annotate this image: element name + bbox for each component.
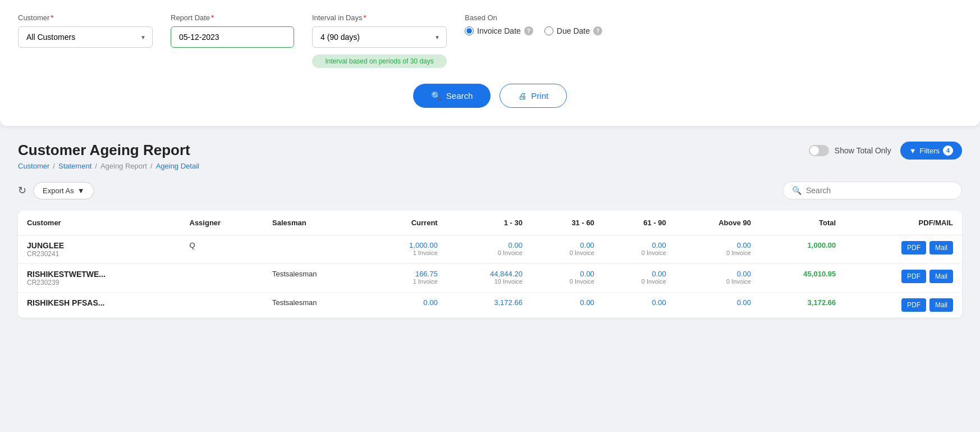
top-panel: Customer* All Customers Report Date* Int… <box>0 0 980 126</box>
cell-assigner-1 <box>181 264 264 293</box>
due-date-help-icon[interactable]: ? <box>593 26 602 35</box>
col-61-90: 61 - 90 <box>603 211 675 235</box>
customer-select[interactable]: All Customers <box>18 26 153 48</box>
print-button-label: Print <box>531 91 548 101</box>
interval-select[interactable]: 4 (90 days) <box>312 26 447 48</box>
cell-31-60-0: 0.00 0 Invoice <box>532 235 603 264</box>
export-as-label: Export As <box>43 187 74 195</box>
report-header: Customer Ageing Report Show Total Only ▼… <box>18 142 962 160</box>
filters-button[interactable]: ▼ Filters 4 <box>900 142 962 160</box>
show-total-label: Show Total Only <box>835 146 891 155</box>
search-button-label: Search <box>446 91 473 101</box>
invoice-date-help-icon[interactable]: ? <box>524 26 533 35</box>
invoice-date-radio-item: Invoice Date ? <box>465 26 533 35</box>
col-current: Current <box>369 211 447 235</box>
based-on-group: Based On Invoice Date ? Due Date ? <box>465 13 602 35</box>
table-row: RISHIKESTWETWE... CR230239 Testsalesman … <box>18 264 962 293</box>
cell-salesman-1: Testsalesman <box>263 264 369 293</box>
cell-customer-0: JUNGLEE CR230241 <box>18 235 181 264</box>
customer-group: Customer* All Customers <box>18 13 153 48</box>
cell-above-90-2: 0.00 <box>675 293 760 318</box>
breadcrumb-ageing-report: Ageing Report <box>100 162 147 170</box>
refresh-button[interactable]: ↻ <box>18 184 26 197</box>
col-total: Total <box>760 211 845 235</box>
cell-1-30-1: 44,844.20 10 Invoice <box>447 264 532 293</box>
col-above-90: Above 90 <box>675 211 760 235</box>
interval-hint: Interval based on periods of 30 days <box>312 54 447 68</box>
table-search-box: 🔍 <box>782 181 962 199</box>
report-date-input[interactable] <box>171 26 294 48</box>
search-icon: 🔍 <box>431 91 442 101</box>
cell-salesman-0 <box>263 235 369 264</box>
cell-total-1: 45,010.95 <box>760 264 845 293</box>
due-date-radio[interactable] <box>544 26 553 35</box>
interval-label: Interval in Days* <box>312 13 447 22</box>
print-button[interactable]: 🖨 Print <box>500 84 567 108</box>
col-customer: Customer <box>18 211 181 235</box>
breadcrumb-sep-3: / <box>150 162 153 170</box>
cell-61-90-1: 0.00 0 Invoice <box>603 264 675 293</box>
mail-button-1[interactable]: Mail <box>929 270 953 283</box>
report-date-group: Report Date* <box>171 13 294 48</box>
export-as-button[interactable]: Export As ▼ <box>33 182 94 199</box>
interval-group: Interval in Days* 4 (90 days) Interval b… <box>312 13 447 68</box>
cell-total-2: 3,172.66 <box>760 293 845 318</box>
col-assigner: Assigner <box>181 211 264 235</box>
table-container: Customer Assigner Salesman Current 1 - 3… <box>18 211 962 318</box>
form-row: Customer* All Customers Report Date* Int… <box>18 13 962 68</box>
col-salesman: Salesman <box>263 211 369 235</box>
cell-current-2: 0.00 <box>369 293 447 318</box>
report-title: Customer Ageing Report <box>18 142 190 159</box>
interval-select-wrapper: 4 (90 days) <box>312 26 447 48</box>
customer-label: Customer* <box>18 13 153 22</box>
cell-61-90-0: 0.00 0 Invoice <box>603 235 675 264</box>
ageing-table: Customer Assigner Salesman Current 1 - 3… <box>18 211 962 318</box>
cell-above-90-0: 0.00 0 Invoice <box>675 235 760 264</box>
interval-required: * <box>364 13 367 22</box>
table-row: RISHIKESH PFSAS... Testsalesman 0.00 3,1… <box>18 293 962 318</box>
breadcrumb: Customer / Statement / Ageing Report / A… <box>18 162 962 170</box>
pdf-button-1[interactable]: PDF <box>901 270 926 283</box>
pdf-button-2[interactable]: PDF <box>901 298 926 312</box>
due-date-radio-item: Due Date ? <box>544 26 602 35</box>
show-total-switch[interactable] <box>809 145 829 156</box>
customer-select-wrapper: All Customers <box>18 26 153 48</box>
mail-button-0[interactable]: Mail <box>929 241 953 254</box>
table-search-input[interactable] <box>806 186 952 195</box>
breadcrumb-customer[interactable]: Customer <box>18 162 49 170</box>
search-button[interactable]: 🔍 Search <box>413 84 491 108</box>
breadcrumb-ageing-detail[interactable]: Ageing Detail <box>156 162 199 170</box>
cell-above-90-1: 0.00 0 Invoice <box>675 264 760 293</box>
cell-31-60-2: 0.00 <box>532 293 603 318</box>
radio-row: Invoice Date ? Due Date ? <box>465 26 602 35</box>
cell-assigner-2 <box>181 293 264 318</box>
header-right: Show Total Only ▼ Filters 4 <box>809 142 962 160</box>
cell-assigner-0: Q <box>181 235 264 264</box>
cell-current-0: 1,000.00 1 Invoice <box>369 235 447 264</box>
based-on-label: Based On <box>465 13 602 22</box>
due-date-label: Due Date <box>557 26 590 35</box>
filter-icon: ▼ <box>909 147 917 155</box>
breadcrumb-sep-2: / <box>95 162 97 170</box>
cell-pdf-mail-1: PDF Mail <box>845 264 962 293</box>
breadcrumb-sep-1: / <box>53 162 55 170</box>
pdf-button-0[interactable]: PDF <box>901 241 926 254</box>
cell-pdf-mail-0: PDF Mail <box>845 235 962 264</box>
table-search-icon: 🔍 <box>792 186 802 195</box>
toolbar-row: ↻ Export As ▼ 🔍 <box>18 181 962 199</box>
filters-label: Filters <box>920 147 940 155</box>
col-pdf-mail: PDF/MAIL <box>845 211 962 235</box>
cell-customer-1: RISHIKESTWETWE... CR230239 <box>18 264 181 293</box>
cell-current-1: 166.75 1 Invoice <box>369 264 447 293</box>
customer-required: * <box>51 13 53 22</box>
mail-button-2[interactable]: Mail <box>929 298 953 312</box>
cell-total-0: 1,000.00 <box>760 235 845 264</box>
invoice-date-radio[interactable] <box>465 26 474 35</box>
export-chevron-icon: ▼ <box>77 187 85 195</box>
invoice-date-label: Invoice Date <box>477 26 521 35</box>
action-row: 🔍 Search 🖨 Print <box>18 84 962 108</box>
main-content: Customer Ageing Report Show Total Only ▼… <box>0 126 980 334</box>
breadcrumb-statement[interactable]: Statement <box>58 162 91 170</box>
toolbar-left: ↻ Export As ▼ <box>18 182 94 199</box>
print-icon: 🖨 <box>518 91 526 101</box>
